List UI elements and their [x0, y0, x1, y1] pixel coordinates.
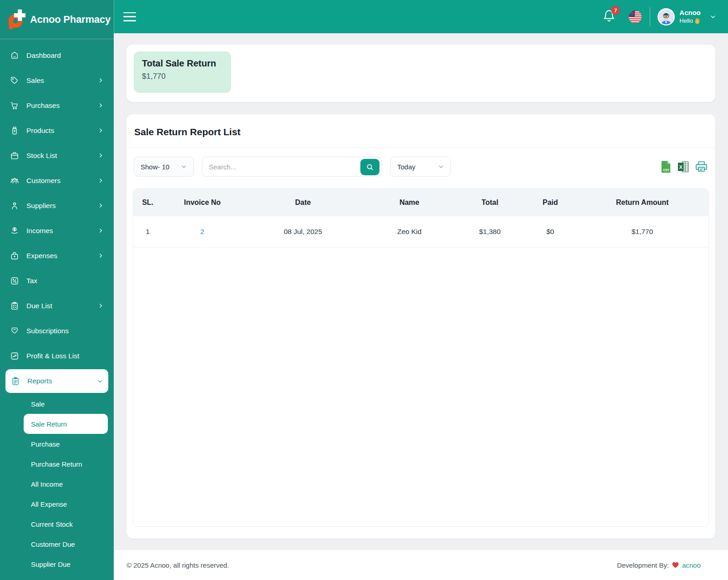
- sidebar-item-label: Dashboard: [26, 51, 61, 60]
- chevron-right-icon: [98, 153, 104, 158]
- brand[interactable]: Acnoo Pharmacy: [0, 0, 114, 39]
- search-input[interactable]: [209, 163, 358, 171]
- user-menu[interactable]: Acnoo Hello: [657, 8, 716, 25]
- sidebar-item-customers[interactable]: Customers: [0, 168, 114, 193]
- cell-name: Zeo Kid: [364, 216, 455, 247]
- sidebar-item-reports[interactable]: Reports: [5, 369, 108, 393]
- development-by-label: Development By:: [617, 561, 669, 569]
- search-button[interactable]: [360, 159, 379, 175]
- summary-section: Total Sale Return $1,770: [126, 45, 715, 102]
- chevron-right-icon: [98, 127, 104, 133]
- money-bag-icon: [10, 251, 19, 260]
- report-clipboard-icon: [11, 376, 20, 386]
- excel-export-icon[interactable]: X: [677, 161, 689, 173]
- sidebar-item-label: Incomes: [26, 227, 53, 235]
- col-sl: SL.: [133, 189, 162, 216]
- sidebar-item-label: Customers: [26, 177, 61, 185]
- sidebar-item-label: Suppliers: [26, 202, 56, 210]
- language-flag-button[interactable]: [629, 10, 642, 23]
- chevron-right-icon: [98, 178, 104, 183]
- sidebar-subitem-current-stock[interactable]: Current Stock: [0, 514, 114, 534]
- pharmacy-logo-icon: [7, 9, 25, 30]
- sidebar-item-tax[interactable]: Tax: [0, 268, 114, 293]
- sidebar-item-label: Expenses: [26, 252, 57, 260]
- header-divider: [650, 7, 650, 26]
- sidebar-item-label: Tax: [26, 277, 37, 285]
- chevron-down-icon: [181, 163, 187, 170]
- chevron-down-icon: [97, 378, 103, 384]
- us-flag-icon: [629, 10, 642, 23]
- sidebar-subitem-supplier-due[interactable]: Supplier Due: [0, 554, 114, 574]
- developer-link[interactable]: acnoo: [682, 561, 701, 569]
- sidebar-item-label: Purchases: [26, 102, 60, 110]
- csv-export-icon[interactable]: CSV: [661, 160, 672, 173]
- sidebar-nav: Dashboard Sales Purchases Products Stock…: [0, 39, 114, 574]
- summary-card-value: $1,770: [142, 72, 223, 81]
- hamburger-menu-icon[interactable]: [123, 12, 136, 21]
- search-icon: [365, 163, 374, 172]
- sidebar-subitem-sale[interactable]: Sale: [0, 394, 114, 414]
- wave-hand-icon: [693, 17, 701, 25]
- sidebar-subitem-customer-due[interactable]: Customer Due: [0, 534, 114, 554]
- sidebar-subitem-all-income[interactable]: All Income: [0, 474, 114, 494]
- svg-text:X: X: [679, 164, 682, 169]
- male-avatar-icon: [657, 8, 675, 25]
- summary-card-title: Total Sale Return: [142, 58, 223, 69]
- topbar: 7: [114, 0, 728, 33]
- sidebar-item-expenses[interactable]: Expenses: [0, 243, 114, 268]
- total-sale-return-card: Total Sale Return $1,770: [134, 51, 231, 93]
- col-paid: Paid: [524, 189, 576, 216]
- sidebar-subitem-all-expense[interactable]: All Expense: [0, 494, 114, 514]
- footer: © 2025 Acnoo, all rights reserved. Devel…: [114, 550, 728, 580]
- sidebar-item-label: Stock List: [26, 152, 57, 160]
- cell-paid: $0: [524, 216, 576, 247]
- sidebar-item-suppliers[interactable]: Suppliers: [0, 193, 114, 218]
- cell-sl: 1: [133, 216, 162, 247]
- date-filter-select[interactable]: Today: [390, 157, 451, 177]
- page-title: Sale Return Report List: [126, 114, 715, 147]
- sidebar-item-dashboard[interactable]: Dashboard: [0, 43, 114, 68]
- pill-bottle-icon: [10, 126, 19, 135]
- cell-total: $1,380: [455, 216, 525, 247]
- person-icon: [10, 201, 19, 210]
- sidebar-item-purchases[interactable]: Purchases: [0, 93, 114, 118]
- sidebar-item-label: Subscriptions: [26, 327, 69, 335]
- chevron-right-icon: [98, 228, 104, 234]
- percent-square-icon: [10, 276, 19, 285]
- users-group-icon: [10, 176, 19, 185]
- svg-text:CSV: CSV: [663, 168, 669, 172]
- notification-badge: 7: [611, 6, 620, 15]
- sidebar-item-sales[interactable]: Sales: [0, 68, 114, 93]
- search-field: [202, 157, 382, 177]
- chevron-down-icon: [438, 163, 444, 170]
- sidebar-item-due-list[interactable]: Due List: [0, 293, 114, 318]
- chevron-down-icon: [710, 14, 716, 20]
- show-entries-select[interactable]: Show- 10: [134, 157, 194, 177]
- copyright-text: © 2025 Acnoo, all rights reserved.: [126, 561, 229, 569]
- clipboard-check-icon: [10, 301, 19, 310]
- sidebar-item-stock-list[interactable]: Stock List: [0, 143, 114, 168]
- col-invoice: Invoice No: [162, 189, 243, 216]
- print-icon[interactable]: [695, 161, 708, 173]
- table-controls: Show- 10 Today CSV X: [134, 157, 708, 177]
- sidebar-subitem-purchase-return[interactable]: Purchase Return: [0, 454, 114, 474]
- chevron-right-icon: [98, 303, 104, 309]
- dollar-coin-icon: [10, 226, 19, 235]
- sidebar-item-label: Products: [26, 127, 54, 135]
- sidebar-subitem-purchase[interactable]: Purchase: [0, 434, 114, 454]
- table-row: 1 2 08 Jul, 2025 Zeo Kid $1,380 $0 $1,77…: [133, 216, 708, 247]
- notifications-button[interactable]: 7: [603, 10, 615, 24]
- cart-icon: [10, 101, 19, 110]
- invoice-link[interactable]: 2: [200, 228, 204, 235]
- sidebar-subitem-sale-return[interactable]: Sale Return: [24, 414, 108, 434]
- home-icon: [10, 51, 19, 60]
- sidebar-item-label: Profit & Loss List: [26, 352, 79, 360]
- sidebar-item-subscriptions[interactable]: Subscriptions: [0, 318, 114, 343]
- title-divider: [126, 147, 715, 148]
- report-section: Sale Return Report List Show- 10 Today: [126, 114, 715, 539]
- sidebar-item-profit-loss[interactable]: Profit & Loss List: [0, 343, 114, 368]
- sidebar-item-products[interactable]: Products: [0, 118, 114, 143]
- sidebar-item-incomes[interactable]: Incomes: [0, 218, 114, 243]
- brand-name: Acnoo Pharmacy: [30, 14, 111, 25]
- trend-chart-icon: [10, 351, 19, 361]
